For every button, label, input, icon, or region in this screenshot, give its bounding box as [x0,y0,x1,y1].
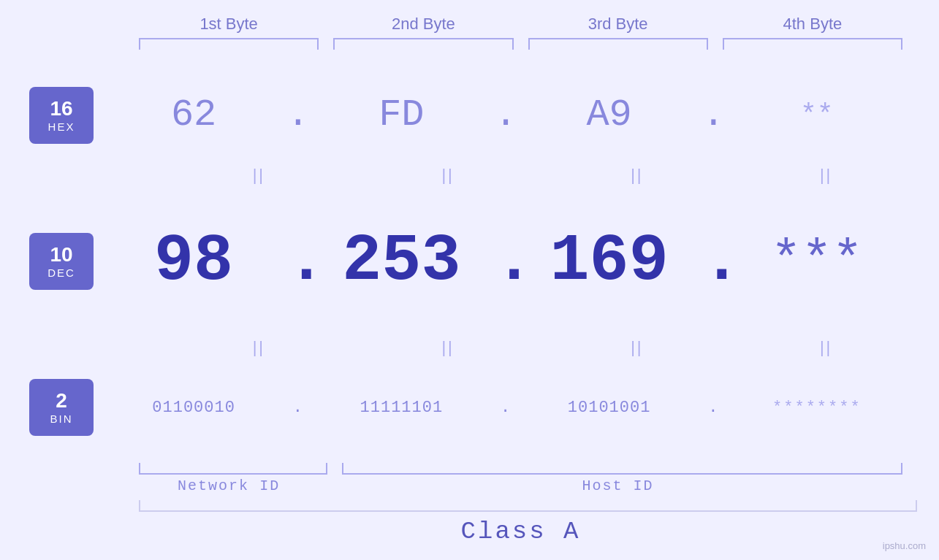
bin-b4-cell: ******** [724,399,910,417]
host-id-label: Host ID [326,477,910,494]
bin-dot1: . [286,399,308,417]
byte2-header: 2nd Byte [326,15,520,38]
dec-badge-num: 10 [50,244,72,266]
bin-badge-label: BIN [50,413,72,425]
hex-dot3: . [702,93,724,137]
byte1-header: 1st Byte [132,15,326,38]
dec-dot1: . [286,224,308,299]
bin-badge-num: 2 [56,390,67,413]
equals-row-2: || || || || [29,338,910,357]
byte4-header: 4th Byte [715,15,910,38]
id-labels: Network ID Host ID [132,477,910,494]
dec-b4-cell: *** [724,232,910,290]
hex-b1-value: 62 [171,93,216,137]
dec-b2-value: 253 [342,224,460,299]
bin-b1-value: 01100010 [152,399,235,417]
hex-b1-cell: 62 [101,93,286,137]
dec-dot3: . [702,224,724,299]
eq2-b4: || [742,338,910,357]
class-label: Class A [132,518,910,545]
equals-row-1: || || || || [29,166,910,185]
bottom-bracket-row [132,463,910,475]
hex-b4-value: ** [800,99,834,131]
hex-badge-num: 16 [50,98,72,120]
dec-badge: 10 DEC [29,233,94,290]
eq1-b1: || [175,166,343,185]
bin-b1-cell: 01100010 [101,399,286,417]
bracket-host [342,463,902,475]
bin-b3-value: 10101001 [568,399,651,417]
top-brackets [29,38,910,50]
dec-b2-cell: 253 [308,224,494,299]
byte3-header: 3rd Byte [521,15,715,38]
bracket-b3 [528,38,708,50]
hex-dot1: . [286,93,308,137]
eq1-b2: || [365,166,532,185]
dec-dot2: . [495,224,517,299]
watermark: ipshu.com [883,540,926,551]
network-id-label: Network ID [132,477,326,494]
bin-badge: 2 BIN [29,379,94,436]
bracket-b1 [139,38,319,50]
dec-badge-label: DEC [47,266,75,279]
dec-b1-value: 98 [154,224,233,299]
hex-b2-cell: FD [308,93,494,137]
hex-row: 16 HEX 62 . FD . A9 . ** [29,64,910,166]
hex-dot2: . [495,93,517,137]
bracket-network [139,463,327,475]
bin-b2-value: 11111101 [360,399,444,417]
eq1-b3: || [554,166,721,185]
eq2-b2: || [365,338,532,357]
eq2-b1: || [175,338,343,357]
byte-headers: 1st Byte 2nd Byte 3rd Byte 4th Byte [29,15,910,38]
hex-b3-cell: A9 [517,93,702,137]
dec-b3-value: 169 [550,224,669,299]
class-section: Class A [29,500,910,545]
bracket-b2 [333,38,513,50]
dec-b4-value: *** [771,232,863,290]
bin-b4-value: ******** [772,399,862,417]
eq1-b4: || [742,166,910,185]
eq2-b3: || [554,338,721,357]
dec-row: 10 DEC 98 . 253 . 169 . *** [29,185,910,337]
hex-b4-cell: ** [724,99,910,131]
hex-badge: 16 HEX [29,87,94,144]
bin-row: 2 BIN 01100010 . 11111101 . 10101001 . *… [29,357,910,459]
dec-b1-cell: 98 [101,224,286,299]
bin-dot2: . [495,399,517,417]
dec-b3-cell: 169 [517,224,702,299]
class-bracket [139,500,917,512]
hex-badge-label: HEX [48,120,75,133]
bin-b2-cell: 11111101 [308,399,494,417]
hex-b3-value: A9 [586,93,631,137]
bin-b3-cell: 10101001 [517,399,702,417]
hex-b2-value: FD [379,93,424,137]
bottom-brackets: Network ID Host ID [29,463,910,494]
bin-dot3: . [702,399,724,417]
main-container: 1st Byte 2nd Byte 3rd Byte 4th Byte 16 H… [0,0,939,560]
bracket-b4 [723,38,902,50]
